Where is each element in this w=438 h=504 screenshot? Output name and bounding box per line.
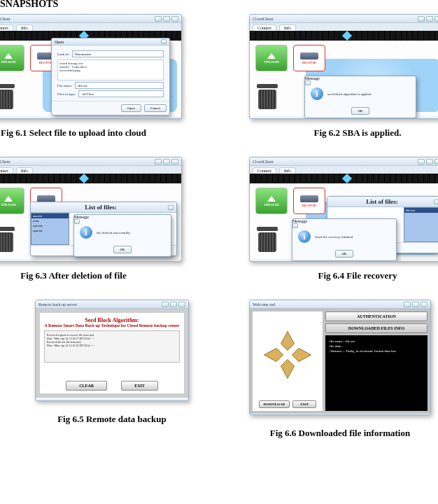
window-min-button[interactable]	[418, 16, 425, 22]
waveform-strip	[0, 174, 181, 183]
file-item-selected[interactable]: aaa.txt	[31, 214, 69, 218]
dialog-close-button[interactable]	[168, 205, 174, 210]
window-min-button[interactable]	[404, 302, 411, 307]
file-item-selected[interactable]: file.txt	[404, 208, 438, 213]
file-item[interactable]: one.txt	[31, 223, 69, 228]
tab-connect[interactable]: Connect	[253, 24, 276, 31]
tab-authentication[interactable]: AUTHENTICATION	[325, 312, 428, 321]
ok-button[interactable]: OK	[335, 250, 353, 258]
window-min-button[interactable]	[155, 159, 162, 164]
file-item[interactable]: cpu.txt	[31, 228, 69, 233]
file-list[interactable]: aaa.txt a.txt one.txt cpu.txt	[31, 213, 69, 245]
clear-button[interactable]: CLEAR	[66, 381, 107, 391]
tab-connect[interactable]: Connect	[0, 167, 13, 174]
window-close-button[interactable]	[178, 302, 185, 307]
message-title: Message	[292, 219, 307, 223]
window-close-button[interactable]	[171, 159, 178, 164]
window-close-button[interactable]	[171, 16, 178, 22]
window-min-button[interactable]	[162, 302, 169, 307]
look-in-value: Documents	[75, 52, 91, 56]
upload-icon[interactable]: UPLOAD	[0, 188, 24, 214]
look-in-combo[interactable]: Documents	[72, 50, 164, 57]
chooser-item[interactable]: screenshot.png	[59, 69, 162, 72]
open-button[interactable]: Open	[121, 104, 141, 112]
trash-icon[interactable]	[0, 84, 16, 111]
upload-icon-label: UPLOAD	[264, 203, 278, 206]
recover-icon[interactable]: RECOVER	[293, 45, 325, 71]
dialog-close-button[interactable]	[161, 39, 167, 44]
file-chooser-dialog: Open Look in: Documents cloud storage.tx…	[51, 38, 170, 115]
look-in-label: Look in:	[57, 52, 69, 56]
cancel-button[interactable]: Cancel	[144, 104, 167, 112]
svg-marker-17	[292, 348, 311, 361]
file-item[interactable]: a.txt	[31, 218, 69, 223]
file-name-label: File name:	[57, 84, 72, 88]
window-close-button[interactable]	[435, 159, 438, 164]
remote-heading-1: Seed Block Algorithm:	[44, 317, 180, 323]
downloaded-files-panel: file name : file.txt file data : Abstrac…	[325, 335, 428, 411]
window-min-button[interactable]	[155, 16, 162, 22]
window-close-button[interactable]	[421, 302, 428, 307]
download-button[interactable]: DOWNLOAD	[259, 400, 290, 408]
recover-icon-label: RECOVER	[302, 204, 316, 207]
trash-icon[interactable]	[255, 84, 279, 111]
window-max-button[interactable]	[163, 16, 170, 22]
window-max-button[interactable]	[412, 302, 419, 307]
dialog-close-button[interactable]	[434, 200, 438, 204]
figure-caption: Fig 6.3 After deletion of file	[20, 270, 126, 281]
file-chooser-title: Open	[55, 40, 64, 44]
tab-info[interactable]: Info	[16, 167, 33, 174]
upload-icon[interactable]: UPLOAD	[0, 45, 24, 71]
window-min-button[interactable]	[418, 159, 425, 164]
info-icon: i	[311, 88, 323, 100]
tab-info[interactable]: Info	[279, 24, 296, 31]
window-max-button[interactable]	[163, 159, 170, 164]
tab-info[interactable]: Info	[279, 167, 296, 174]
svg-marker-18	[281, 359, 294, 378]
file-name-input[interactable]: file.txt	[75, 82, 164, 89]
upload-icon[interactable]: UPLOAD	[255, 188, 288, 214]
log-line: Date =Mon Apr 14 11:10:18 IST 2014===	[47, 344, 177, 347]
tab-connect[interactable]: Connect	[253, 167, 276, 174]
tab-connect[interactable]: Connect	[0, 24, 13, 31]
file-list[interactable]: file.txt	[404, 207, 438, 242]
window-max-button[interactable]	[170, 302, 177, 307]
window-max-button[interactable]	[426, 16, 433, 22]
file-type-label: Files of type:	[57, 92, 76, 96]
sba-message-box: Message i seed block algorithm is applie…	[304, 76, 416, 118]
tab-downloaded-files[interactable]: DOWNLOADED FILES INFO	[325, 323, 428, 333]
trash-icon[interactable]	[0, 227, 16, 253]
window-title: CloudClient	[0, 17, 10, 21]
window-close-button[interactable]	[435, 16, 438, 22]
tab-info[interactable]: Info	[16, 24, 33, 31]
remote-backup-window: Remote back up server Seed Block Algorit…	[35, 300, 189, 401]
ok-button[interactable]: OK	[113, 246, 131, 253]
brand-icon	[253, 312, 323, 398]
file-list-dialog: List of files: aaa.txt a.txt one.txt cpu…	[30, 202, 177, 256]
exit-button[interactable]: EXIT	[292, 400, 316, 408]
info-icon: i	[298, 230, 311, 243]
remote-window-title: Remote back up server	[38, 302, 77, 307]
cloud-client-window: CloudClient Connect Info	[249, 14, 438, 119]
panel-line: file name : file.txt	[330, 340, 423, 343]
svg-marker-19	[264, 348, 283, 361]
upload-icon[interactable]: UPLOAD	[255, 45, 288, 71]
message-title: Message	[305, 76, 320, 80]
file-type-value: All Files	[81, 92, 93, 96]
message-text: seed block algorithm is applied	[327, 92, 372, 96]
panel-line: Abstract— Today, in electronic format da…	[330, 349, 423, 353]
recover-icon-label: RECOVER	[302, 61, 316, 64]
window-max-button[interactable]	[426, 159, 433, 164]
exit-button[interactable]: EXIT	[121, 381, 158, 391]
ok-button[interactable]: OK	[351, 107, 369, 115]
window-title: CloudClient	[253, 160, 273, 164]
window-title: CloudClient	[0, 160, 10, 164]
file-type-combo[interactable]: All Files	[78, 90, 164, 97]
upload-icon-label: UPLOAD	[1, 60, 15, 64]
trash-icon[interactable]	[255, 227, 279, 253]
file-name-value: file.txt	[78, 84, 87, 88]
welcome-window: Welcome asd	[249, 300, 431, 415]
figure-caption: Fig 6.6 Downloaded file information	[270, 428, 410, 439]
recover-icon[interactable]: RECOVER	[293, 188, 325, 214]
upload-icon-label: UPLOAD	[264, 60, 278, 64]
